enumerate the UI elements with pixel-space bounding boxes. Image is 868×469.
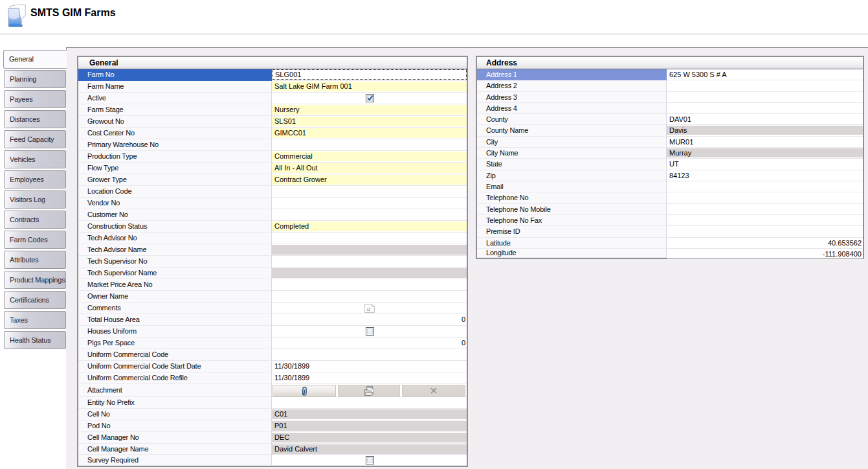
svg-text:a: a [366,304,370,312]
